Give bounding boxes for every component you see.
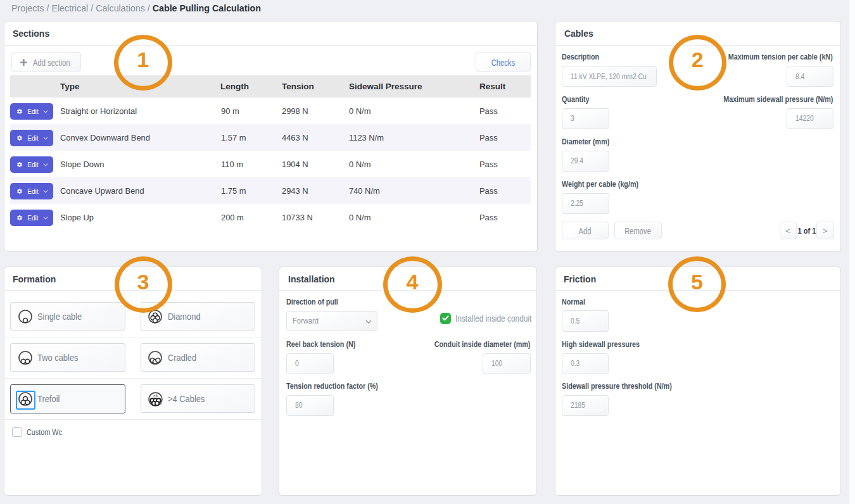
svg-text:>4: >4 bbox=[153, 394, 158, 398]
